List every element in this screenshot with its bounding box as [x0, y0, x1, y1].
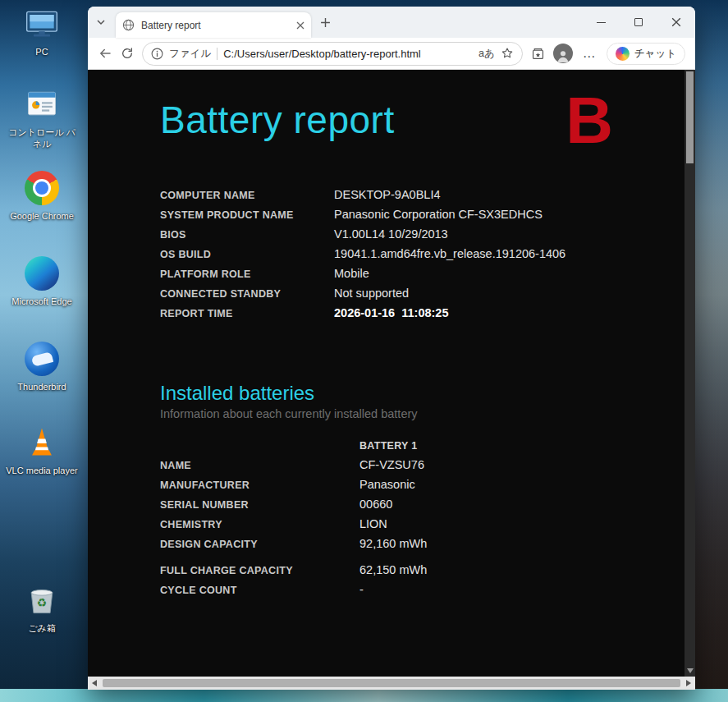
tab-battery-report[interactable]: Battery report: [116, 12, 311, 38]
scroll-right-arrow-icon: [686, 680, 691, 686]
pc-icon: [23, 5, 61, 43]
recycle-bin-icon: ♻: [23, 581, 61, 619]
desktop-icon-thunderbird[interactable]: Thunderbird: [4, 340, 80, 393]
window-controls: [582, 7, 695, 38]
vertical-scrollbar-thumb[interactable]: [686, 71, 694, 163]
desktop-icon-chrome[interactable]: Google Chrome: [4, 169, 80, 223]
table-row: CONNECTED STANDBY Not supported: [160, 283, 679, 303]
row-label: FULL CHARGE CAPACITY: [160, 565, 359, 576]
row-value: 19041.1.amd64fre.vb_release.191206-1406: [334, 247, 679, 260]
collections-button[interactable]: [531, 47, 545, 61]
scroll-left-arrow-icon: [92, 680, 97, 686]
thunderbird-icon: [23, 340, 61, 378]
battery-column-header: BATTERY 1: [359, 440, 679, 452]
table-row: NAME CF-VZSU76: [160, 455, 679, 475]
tab-search-button[interactable]: [88, 7, 114, 38]
row-value: -: [359, 583, 679, 596]
table-row: MANUFACTURER Panasonic: [160, 475, 679, 494]
row-label: MANUFACTURER: [160, 479, 359, 491]
row-value: CF-VZSU76: [359, 458, 679, 471]
plus-icon: [320, 17, 331, 28]
row-value: V1.00L14 10/29/2013: [334, 227, 679, 241]
back-button[interactable]: [98, 46, 112, 61]
table-row: BIOS V1.00L14 10/29/2013: [160, 224, 679, 244]
row-value: Not supported: [334, 287, 679, 300]
system-info-table: COMPUTER NAME DESKTOP-9A0BLI4 SYSTEM PRO…: [160, 185, 679, 323]
maximize-button[interactable]: [620, 7, 657, 38]
table-row: REPORT TIME 2026-01-16 11:08:25: [160, 303, 679, 323]
scroll-down-arrow-icon[interactable]: [687, 668, 694, 673]
installed-batteries-heading: Installed batteries: [160, 382, 679, 405]
horizontal-scrollbar-thumb[interactable]: [103, 679, 680, 687]
row-label: REPORT TIME: [160, 308, 334, 319]
row-value: Panasonic Corporation CF-SX3EDHCS: [334, 208, 679, 221]
desktop-icon-label: VLC media player: [6, 466, 77, 477]
table-row: COMPUTER NAME DESKTOP-9A0BLI4: [160, 185, 679, 204]
profile-avatar[interactable]: [553, 44, 573, 63]
vertical-scrollbar[interactable]: [685, 70, 695, 677]
desktop-icon-label: ごみ箱: [28, 623, 56, 635]
tab-title: Battery report: [141, 20, 290, 31]
back-arrow-icon: [98, 46, 112, 61]
chrome-icon: [23, 169, 61, 207]
translate-icon[interactable]: aあ: [478, 47, 495, 61]
row-label: SERIAL NUMBER: [160, 499, 359, 511]
svg-text:♻: ♻: [37, 597, 47, 609]
maximize-icon: [634, 18, 643, 26]
table-row: OS BUILD 19041.1.amd64fre.vb_release.191…: [160, 244, 679, 264]
tab-close-button[interactable]: [296, 21, 304, 30]
row-value: Mobile: [334, 267, 679, 280]
row-value: 00660: [359, 498, 679, 511]
globe-icon: [122, 19, 135, 31]
scroll-right-button[interactable]: [682, 677, 695, 690]
settings-menu-button[interactable]: …: [581, 46, 598, 61]
desktop-icon-label: Thunderbird: [17, 382, 66, 393]
row-label: NAME: [160, 460, 359, 471]
edge-icon: [23, 255, 61, 292]
row-label: SYSTEM PRODUCT NAME: [160, 209, 334, 221]
row-value: 62,150 mWh: [359, 563, 679, 576]
table-row: FULL CHARGE CAPACITY 62,150 mWh: [160, 560, 679, 580]
desktop-icon-vlc[interactable]: VLC media player: [4, 424, 80, 477]
desktop-icon-edge[interactable]: Microsoft Edge: [4, 255, 80, 308]
row-label: BIOS: [160, 229, 334, 241]
table-row: SERIAL NUMBER 00660: [160, 494, 679, 514]
horizontal-scrollbar[interactable]: [88, 677, 695, 690]
tab-bar: Battery report: [88, 7, 695, 38]
star-plus-icon: [501, 47, 514, 60]
desktop-icon-pc[interactable]: PC: [4, 5, 80, 58]
table-header-row: BATTERY 1: [160, 437, 679, 455]
new-tab-button[interactable]: [311, 7, 339, 38]
row-label: OS BUILD: [160, 249, 334, 260]
collections-icon: [531, 47, 545, 61]
logo-letter: B: [565, 88, 613, 154]
favorites-star-button[interactable]: [501, 47, 514, 60]
person-icon: [556, 48, 570, 63]
close-icon: [671, 17, 681, 27]
row-label: CHEMISTRY: [160, 519, 359, 530]
control-panel-icon: [23, 85, 61, 123]
url-scheme-label: ファイル: [169, 47, 211, 61]
battery-table: BATTERY 1 NAME CF-VZSU76 MANUFACTURER Pa…: [160, 437, 679, 599]
table-row: DESIGN CAPACITY 92,160 mWh: [160, 534, 679, 553]
row-label: DESIGN CAPACITY: [160, 539, 359, 550]
table-row: CYCLE COUNT -: [160, 580, 679, 599]
desktop-icon-recycle-bin[interactable]: ♻ ごみ箱: [4, 581, 80, 635]
row-value: 2026-01-16 11:08:25: [334, 306, 679, 319]
window-close-button[interactable]: [657, 7, 695, 38]
row-value: DESKTOP-9A0BLI4: [334, 188, 679, 201]
address-bar[interactable]: ファイル C:/Users/user/Desktop/battery-repor…: [142, 42, 523, 66]
chat-button-label: チャット: [634, 47, 676, 61]
desktop-icon-label: Google Chrome: [10, 211, 74, 223]
browser-window: Battery report ファイル C:/Users/use: [88, 7, 695, 690]
chat-button[interactable]: チャット: [607, 43, 685, 65]
minimize-button[interactable]: [582, 7, 620, 38]
copilot-chat-icon: [616, 47, 630, 61]
row-value: Panasonic: [359, 478, 679, 491]
battery-report-page: B Battery report COMPUTER NAME DESKTOP-9…: [88, 70, 695, 677]
scroll-left-button[interactable]: [88, 677, 101, 690]
url-text: C:/Users/user/Desktop/battery-report.htm…: [223, 48, 473, 60]
desktop-icon-control-panel[interactable]: コントロール パネル: [4, 85, 80, 150]
refresh-button[interactable]: [121, 47, 134, 60]
chevron-down-icon: [96, 17, 106, 27]
